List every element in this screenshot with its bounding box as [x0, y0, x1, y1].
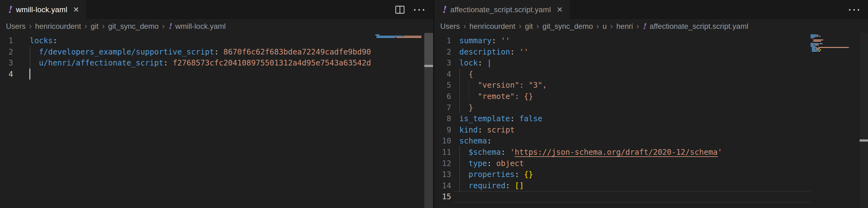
- code-line[interactable]: locks:: [30, 35, 375, 46]
- code-line[interactable]: [459, 191, 810, 202]
- code-line[interactable]: is_template: false: [459, 113, 810, 124]
- tab-bar-right: ! affectionate_script.script.yaml ✕: [434, 0, 868, 20]
- minimap-line: [810, 47, 857, 48]
- breadcrumb-item[interactable]: henri: [616, 22, 633, 31]
- editor-group-right: ! affectionate_script.script.yaml ✕ User…: [434, 0, 868, 208]
- line-number[interactable]: 4: [434, 69, 451, 80]
- line-number[interactable]: 3: [434, 57, 451, 69]
- code-line[interactable]: kind: script: [459, 124, 810, 136]
- code-line[interactable]: [30, 69, 375, 80]
- minimap-line: [810, 45, 857, 46]
- tab-affectionate-script-yaml[interactable]: ! affectionate_script.script.yaml ✕: [434, 0, 570, 20]
- overview-cursor-marker: [860, 139, 868, 141]
- editor-right[interactable]: 1summary: ''2description: ''3lock: |4 {5…: [434, 33, 868, 208]
- line-number[interactable]: 8: [434, 113, 451, 124]
- breadcrumb-separator-icon: ›: [519, 22, 522, 30]
- tab-wmill-lock-yaml[interactable]: ! wmill-lock.yaml ✕: [0, 0, 86, 20]
- code-line[interactable]: {: [459, 69, 810, 80]
- minimap-line: [810, 46, 857, 47]
- minimap[interactable]: [810, 34, 857, 56]
- code-line[interactable]: u/henri/affectionate_script: f2768573cfc…: [30, 57, 375, 69]
- breadcrumb-item[interactable]: git: [525, 22, 533, 31]
- breadcrumb-separator-icon: ›: [636, 22, 639, 30]
- minimap-line: [375, 37, 422, 38]
- yaml-file-icon: !: [7, 5, 11, 15]
- breadcrumb-item[interactable]: git_sync_demo: [542, 22, 593, 31]
- breadcrumb-item[interactable]: git_sync_demo: [108, 22, 158, 31]
- line-number[interactable]: 7: [434, 102, 451, 113]
- code-line[interactable]: "version": "3",: [459, 80, 810, 91]
- line-number[interactable]: 12: [434, 158, 451, 169]
- code-line[interactable]: $schema: 'https://json-schema.org/draft/…: [459, 147, 810, 158]
- breadcrumb-separator-icon: ›: [536, 22, 539, 30]
- breadcrumb-separator-icon: ›: [102, 22, 105, 30]
- breadcrumb-item[interactable]: henricourdent: [469, 22, 515, 31]
- code-line[interactable]: f/developers_example/supportive_script: …: [30, 46, 375, 58]
- yaml-file-icon: !: [168, 23, 172, 30]
- line-number[interactable]: 6: [434, 91, 451, 102]
- breadcrumb-item[interactable]: Users: [6, 22, 26, 31]
- breadcrumb-separator-icon: ›: [85, 22, 87, 30]
- code-line[interactable]: required: []: [459, 180, 810, 191]
- more-actions-icon[interactable]: [848, 7, 860, 12]
- tab-close-icon[interactable]: ✕: [73, 6, 80, 14]
- breadcrumb-item[interactable]: git: [91, 22, 98, 31]
- breadcrumb-file[interactable]: affectionate_script.script.yaml: [650, 22, 749, 31]
- tab-close-icon[interactable]: ✕: [557, 6, 563, 14]
- minimap-line: [375, 38, 422, 39]
- vertical-scrollbar[interactable]: [859, 33, 868, 208]
- line-number[interactable]: 3: [0, 57, 13, 69]
- line-number[interactable]: 4: [0, 69, 13, 80]
- breadcrumbs-right: Users›henricourdent›git›git_sync_demo›u›…: [434, 20, 868, 33]
- editor-actions-left: [395, 0, 433, 20]
- code-line[interactable]: type: object: [459, 158, 810, 169]
- yaml-file-icon: !: [442, 5, 446, 15]
- scrollbar-thumb[interactable]: [424, 33, 433, 67]
- breadcrumb-item[interactable]: Users: [440, 22, 460, 31]
- breadcrumb-item[interactable]: henricourdent: [35, 22, 81, 31]
- split-editor-icon[interactable]: [395, 4, 405, 15]
- breadcrumb-item[interactable]: u: [602, 22, 607, 31]
- breadcrumb-separator-icon: ›: [610, 22, 613, 30]
- breadcrumb-separator-icon: ›: [162, 22, 165, 30]
- line-number[interactable]: 9: [434, 124, 451, 136]
- minimap-line: [810, 50, 857, 50]
- code-line[interactable]: }: [459, 102, 810, 113]
- minimap-line: [810, 36, 857, 37]
- minimap-line: [810, 42, 857, 43]
- minimap-line: [810, 40, 857, 41]
- line-number[interactable]: 10: [434, 135, 451, 147]
- line-number[interactable]: 1: [434, 35, 451, 46]
- breadcrumbs-left: Users›henricourdent›git›git_sync_demo›!w…: [0, 20, 433, 33]
- yaml-file-icon: !: [643, 23, 646, 30]
- code-line[interactable]: description: '': [459, 46, 810, 58]
- minimap-line: [375, 34, 422, 35]
- minimap-line: [810, 43, 857, 44]
- breadcrumb-separator-icon: ›: [463, 22, 466, 30]
- line-number[interactable]: 2: [434, 46, 451, 58]
- minimap-line: [810, 52, 857, 53]
- line-number[interactable]: 13: [434, 169, 451, 180]
- line-number[interactable]: 11: [434, 147, 451, 158]
- line-number[interactable]: 14: [434, 180, 451, 191]
- line-number[interactable]: 15: [434, 191, 451, 202]
- minimap-line: [810, 34, 857, 35]
- code-line[interactable]: properties: {}: [459, 169, 810, 180]
- line-number[interactable]: 1: [0, 35, 13, 46]
- breadcrumb-separator-icon: ›: [596, 22, 599, 30]
- vertical-scrollbar[interactable]: [424, 33, 433, 208]
- code-line[interactable]: "remote": {}: [459, 91, 810, 102]
- code-line[interactable]: schema:: [459, 135, 810, 147]
- minimap-line: [810, 48, 857, 49]
- tab-label: wmill-lock.yaml: [16, 5, 67, 14]
- line-number[interactable]: 5: [434, 80, 451, 91]
- breadcrumb-file[interactable]: wmill-lock.yaml: [175, 22, 225, 31]
- code-line[interactable]: summary: '': [459, 35, 810, 46]
- more-actions-icon[interactable]: [413, 7, 425, 12]
- minimap-line: [810, 41, 857, 42]
- minimap[interactable]: [375, 34, 422, 42]
- code-line[interactable]: lock: |: [459, 57, 810, 69]
- editor-left[interactable]: 1locks:2 f/developers_example/supportive…: [0, 33, 433, 208]
- editor-group-left: ! wmill-lock.yaml ✕ Users›henricourdent›…: [0, 0, 433, 208]
- line-number[interactable]: 2: [0, 46, 13, 58]
